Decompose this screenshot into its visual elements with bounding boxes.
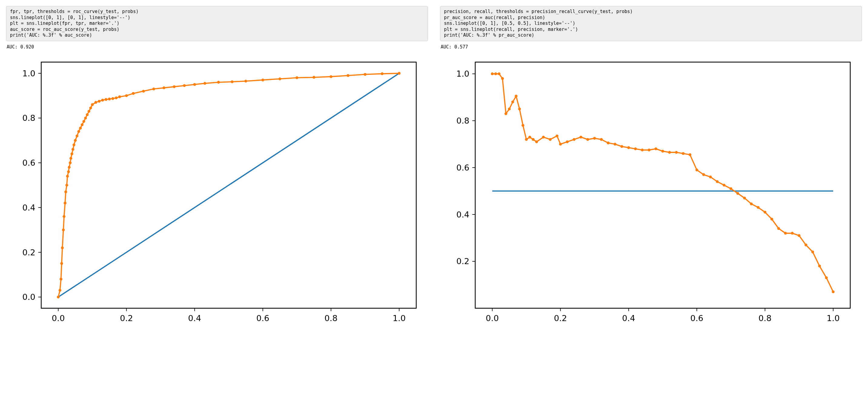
svg-point-107 <box>494 72 497 75</box>
svg-point-62 <box>125 94 128 97</box>
svg-point-50 <box>86 113 88 116</box>
svg-point-56 <box>101 98 104 101</box>
svg-point-144 <box>702 173 705 176</box>
svg-text:0.8: 0.8 <box>23 113 35 123</box>
svg-point-79 <box>347 74 349 76</box>
svg-point-116 <box>525 138 528 141</box>
svg-text:0.0: 0.0 <box>486 313 499 323</box>
svg-point-133 <box>627 146 630 149</box>
svg-point-108 <box>498 72 500 75</box>
svg-point-64 <box>142 90 145 92</box>
svg-point-67 <box>173 85 175 88</box>
svg-point-157 <box>791 232 794 235</box>
svg-point-53 <box>91 103 94 106</box>
svg-point-39 <box>69 157 72 160</box>
svg-text:0.0: 0.0 <box>52 313 65 323</box>
svg-point-121 <box>549 138 552 141</box>
svg-point-33 <box>64 190 67 193</box>
svg-point-158 <box>798 234 801 237</box>
svg-point-28 <box>60 262 63 265</box>
svg-point-162 <box>825 276 828 279</box>
svg-text:0.6: 0.6 <box>256 313 269 323</box>
svg-text:0.8: 0.8 <box>457 116 469 125</box>
svg-text:1.0: 1.0 <box>23 68 35 78</box>
svg-point-70 <box>204 82 206 85</box>
svg-point-43 <box>74 139 76 142</box>
svg-point-76 <box>296 76 298 79</box>
right-panel: precision, recall, thresholds = precisio… <box>440 6 862 334</box>
svg-point-126 <box>579 136 582 139</box>
svg-point-68 <box>183 84 186 87</box>
svg-point-111 <box>508 108 510 110</box>
svg-point-146 <box>716 180 719 183</box>
svg-text:0.2: 0.2 <box>23 247 35 257</box>
svg-point-42 <box>73 143 75 146</box>
svg-point-36 <box>67 170 70 173</box>
svg-point-159 <box>804 244 807 246</box>
svg-point-37 <box>68 166 70 169</box>
svg-text:0.4: 0.4 <box>188 313 201 323</box>
svg-point-154 <box>771 217 773 220</box>
svg-point-32 <box>64 202 66 204</box>
svg-text:0.6: 0.6 <box>690 313 703 323</box>
svg-point-49 <box>84 117 87 119</box>
svg-point-119 <box>535 140 538 143</box>
svg-text:0.8: 0.8 <box>758 313 771 323</box>
svg-point-163 <box>832 290 834 293</box>
svg-point-75 <box>278 77 281 80</box>
svg-point-65 <box>152 88 155 90</box>
svg-point-109 <box>501 77 504 80</box>
svg-point-130 <box>607 142 609 144</box>
code-cell-right[interactable]: precision, recall, thresholds = precisio… <box>440 6 862 41</box>
svg-point-81 <box>381 72 383 75</box>
svg-text:0.8: 0.8 <box>324 313 337 323</box>
svg-point-123 <box>559 143 562 145</box>
svg-point-44 <box>76 134 79 137</box>
svg-point-110 <box>504 112 507 115</box>
svg-point-54 <box>94 101 97 103</box>
svg-point-77 <box>313 76 315 79</box>
output-text-left: AUC: 0.920 <box>6 44 428 50</box>
svg-point-73 <box>244 80 247 82</box>
svg-point-66 <box>163 86 165 89</box>
svg-point-41 <box>71 148 74 151</box>
svg-point-57 <box>104 98 107 100</box>
svg-point-147 <box>723 184 725 186</box>
svg-point-135 <box>641 148 644 151</box>
svg-point-48 <box>82 120 85 123</box>
notebook-row: fpr, tpr, thresholds = roc_curve(y_test,… <box>6 6 862 334</box>
svg-point-60 <box>115 96 118 99</box>
svg-point-31 <box>63 215 65 218</box>
svg-point-140 <box>675 151 678 154</box>
svg-point-52 <box>89 106 92 109</box>
svg-point-25 <box>57 296 60 298</box>
code-cell-left[interactable]: fpr, tpr, thresholds = roc_curve(y_test,… <box>6 6 428 41</box>
roc-chart: 0.00.20.40.60.81.00.00.20.40.60.81.0 <box>6 53 428 335</box>
svg-point-149 <box>736 192 739 194</box>
svg-point-80 <box>364 73 367 76</box>
svg-text:1.0: 1.0 <box>457 69 469 79</box>
svg-point-127 <box>586 138 589 141</box>
svg-point-30 <box>62 228 65 231</box>
pr-chart: 0.00.20.40.60.81.00.20.40.60.81.0 <box>440 53 862 335</box>
svg-point-131 <box>614 143 616 145</box>
svg-text:0.2: 0.2 <box>120 313 133 323</box>
svg-point-72 <box>231 80 234 83</box>
svg-point-69 <box>193 83 196 86</box>
svg-text:1.0: 1.0 <box>827 313 840 323</box>
svg-point-132 <box>620 145 623 148</box>
svg-rect-83 <box>475 62 850 308</box>
svg-point-124 <box>566 140 568 143</box>
svg-point-128 <box>593 136 596 139</box>
svg-point-151 <box>750 202 753 205</box>
svg-point-141 <box>682 152 684 155</box>
svg-point-114 <box>518 108 521 110</box>
svg-text:1.0: 1.0 <box>393 313 406 323</box>
svg-text:0.4: 0.4 <box>457 210 469 219</box>
svg-point-161 <box>818 265 821 267</box>
svg-point-142 <box>689 153 691 156</box>
svg-point-29 <box>61 246 64 249</box>
svg-text:0.6: 0.6 <box>457 163 469 172</box>
svg-text:0.2: 0.2 <box>457 256 469 266</box>
svg-point-117 <box>528 136 531 139</box>
